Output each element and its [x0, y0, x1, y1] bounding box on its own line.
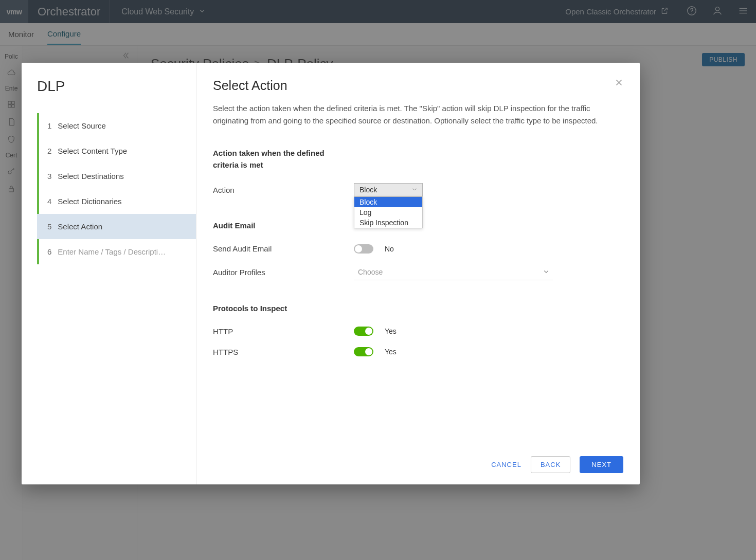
- step-3[interactable]: 3Select Destinations: [39, 164, 196, 189]
- close-button[interactable]: [615, 78, 623, 93]
- step-label: Select Destinations: [58, 172, 123, 180]
- action-label: Action: [213, 186, 354, 194]
- auditor-label: Auditor Profiles: [213, 268, 354, 277]
- auditor-select[interactable]: Choose: [354, 265, 553, 280]
- step-1[interactable]: 1Select Source: [39, 113, 196, 138]
- dlp-wizard-modal: DLP 1Select Source 2Select Content Type …: [22, 63, 640, 484]
- step-label: Select Source: [58, 121, 105, 130]
- action-option-block[interactable]: Block: [354, 197, 422, 207]
- modal-footer: CANCEL BACK NEXT: [196, 447, 640, 484]
- http-value: Yes: [385, 327, 397, 335]
- step-number: 4: [47, 197, 51, 206]
- https-toggle[interactable]: [354, 347, 373, 356]
- send-audit-value: No: [385, 245, 394, 253]
- step-number: 2: [47, 147, 51, 155]
- step-label: Select Dictionaries: [58, 197, 121, 206]
- modal-description: Select the action taken when the defined…: [213, 102, 623, 127]
- http-toggle[interactable]: [354, 327, 373, 336]
- action-option-skip[interactable]: Skip Inspection: [354, 218, 422, 228]
- section-protocols-title: Protocols to Inspect: [213, 303, 623, 315]
- action-select[interactable]: Block: [354, 183, 423, 196]
- modal-title: Select Action: [213, 78, 287, 93]
- step-label: Select Action: [58, 222, 102, 231]
- cancel-button[interactable]: CANCEL: [491, 461, 521, 468]
- modal-steps-panel: DLP 1Select Source 2Select Content Type …: [22, 63, 196, 484]
- step-2[interactable]: 2Select Content Type: [39, 138, 196, 164]
- step-number: 5: [47, 222, 51, 231]
- step-5[interactable]: 5Select Action: [37, 214, 196, 239]
- step-number: 6: [47, 247, 51, 256]
- next-button[interactable]: NEXT: [580, 456, 623, 473]
- step-label: Select Content Type: [58, 147, 127, 155]
- chevron-down-icon: [412, 187, 417, 193]
- step-6[interactable]: 6Enter Name / Tags / Descripti…: [39, 239, 196, 264]
- http-label: HTTP: [213, 327, 354, 336]
- action-option-log[interactable]: Log: [354, 207, 422, 218]
- close-icon: [615, 80, 623, 88]
- https-value: Yes: [385, 348, 397, 356]
- auditor-placeholder: Choose: [358, 268, 383, 276]
- send-audit-label: Send Audit Email: [213, 244, 354, 253]
- back-button[interactable]: BACK: [531, 456, 570, 473]
- action-select-value: Block: [359, 186, 377, 194]
- chevron-down-icon: [543, 268, 549, 276]
- modal-left-title: DLP: [22, 78, 196, 113]
- action-dropdown: Block Log Skip Inspection: [354, 196, 423, 228]
- step-number: 1: [47, 121, 51, 130]
- modal-content: Select Action Select the action taken wh…: [196, 63, 640, 484]
- step-number: 3: [47, 172, 51, 180]
- step-4[interactable]: 4Select Dictionaries: [39, 189, 196, 214]
- section-action-title: Action taken when the defined criteria i…: [213, 148, 336, 171]
- step-label: Enter Name / Tags / Descripti…: [58, 247, 166, 256]
- send-audit-toggle[interactable]: [354, 244, 373, 254]
- https-label: HTTPS: [213, 348, 354, 356]
- wizard-steps: 1Select Source 2Select Content Type 3Sel…: [37, 113, 196, 264]
